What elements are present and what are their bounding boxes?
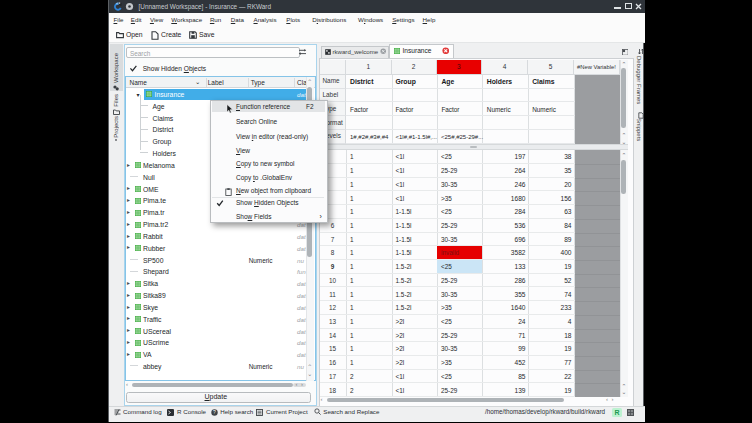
svg-text:?: ? bbox=[213, 409, 216, 415]
